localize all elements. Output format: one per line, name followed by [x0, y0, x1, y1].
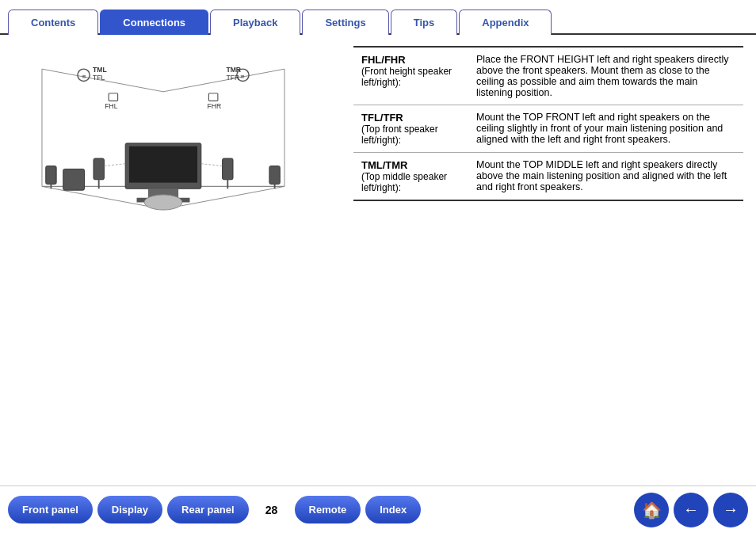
term-cell: FHL/FHR(Front height speaker left/right)… [353, 47, 468, 105]
table-row: TFL/TFR(Top front speaker left/right):Mo… [353, 105, 743, 153]
svg-rect-13 [223, 158, 233, 180]
tab-playback[interactable]: Playback [210, 10, 300, 35]
bottom-navigation-bar: Front panel Display Rear panel 28 Remote… [0, 485, 756, 533]
svg-line-33 [104, 164, 125, 166]
index-button[interactable]: Index [365, 496, 421, 523]
term-description: (Top front speaker left/right): [361, 124, 438, 146]
tab-contents[interactable]: Contents [8, 10, 98, 35]
table-row: FHL/FHR(Front height speaker left/right)… [353, 47, 743, 105]
term-cell: TML/TMR(Top middle speaker left/right): [353, 153, 468, 201]
top-navigation: Contents Connections Playback Settings T… [0, 0, 756, 35]
tab-connections[interactable]: Connections [100, 10, 208, 35]
svg-rect-18 [269, 166, 280, 185]
svg-text:TML: TML [93, 66, 107, 74]
svg-text:TMR: TMR [226, 66, 241, 74]
remote-button[interactable]: Remote [295, 496, 361, 523]
svg-point-32 [144, 195, 182, 210]
svg-line-1 [163, 69, 284, 92]
tab-settings[interactable]: Settings [302, 10, 388, 35]
description-cell: Mount the TOP MIDDLE left and right spea… [468, 153, 743, 201]
svg-rect-15 [63, 169, 85, 190]
description-cell: Mount the TOP FRONT left and right speak… [468, 105, 743, 153]
rear-panel-button[interactable]: Rear panel [167, 496, 248, 523]
speaker-diagram: ≋ TML TFL ≋ TMR TFR FHL FHR [13, 54, 314, 228]
display-button[interactable]: Display [97, 496, 162, 523]
term-description: (Front height speaker left/right): [361, 66, 452, 88]
table-row: TML/TMR(Top middle speaker left/right):M… [353, 153, 743, 201]
page-number: 28 [260, 504, 284, 516]
home-button[interactable]: 🏠 [634, 493, 669, 527]
tab-appendix[interactable]: Appendix [459, 10, 552, 35]
diagram-area: ≋ TML TFL ≋ TMR TFR FHL FHR [13, 46, 346, 470]
svg-text:TFL: TFL [93, 74, 105, 82]
front-panel-button[interactable]: Front panel [8, 496, 93, 523]
term-description: (Top middle speaker left/right): [361, 171, 447, 193]
svg-line-34 [201, 164, 223, 166]
term-label: FHL/FHR [361, 54, 406, 66]
svg-rect-8 [129, 147, 197, 183]
svg-text:TFR: TFR [226, 74, 239, 82]
term-label: TFL/TFR [361, 112, 403, 124]
term-label: TML/TMR [361, 159, 407, 171]
svg-text:FHR: FHR [207, 102, 221, 110]
svg-rect-28 [109, 93, 117, 101]
speaker-positions-table: FHL/FHR(Front height speaker left/right)… [353, 46, 743, 201]
svg-text:≋: ≋ [240, 74, 245, 79]
table-area: FHL/FHR(Front height speaker left/right)… [346, 46, 743, 470]
svg-rect-30 [208, 93, 217, 101]
description-cell: Place the FRONT HEIGHT left and right sp… [468, 47, 743, 105]
term-cell: TFL/TFR(Top front speaker left/right): [353, 105, 468, 153]
back-button[interactable]: ← [674, 493, 708, 527]
svg-text:≋: ≋ [82, 74, 86, 79]
forward-button[interactable]: → [713, 493, 748, 527]
svg-text:FHL: FHL [105, 102, 117, 110]
svg-rect-16 [46, 166, 56, 185]
svg-rect-11 [94, 158, 104, 180]
main-content: ≋ TML TFL ≋ TMR TFR FHL FHR FHL/FHR(Fron… [0, 35, 756, 476]
tab-tips[interactable]: Tips [391, 10, 458, 35]
